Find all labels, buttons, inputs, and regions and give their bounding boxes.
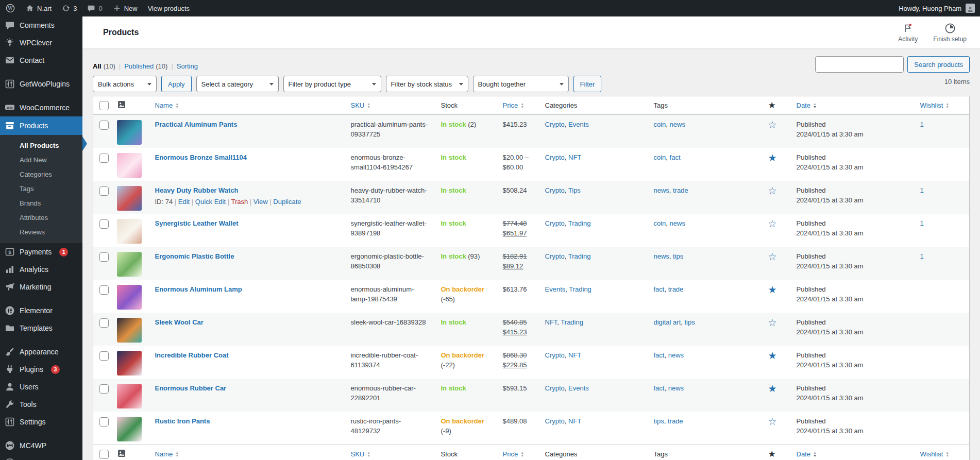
category-link-nft[interactable]: NFT: [545, 318, 557, 326]
sidebar-item-settings[interactable]: Settings: [0, 413, 82, 431]
product-thumbnail[interactable]: [117, 285, 142, 310]
product-name-link[interactable]: Practical Aluminum Pants: [155, 121, 238, 128]
product-thumbnail[interactable]: [117, 153, 142, 178]
admin-bar-item-n-art[interactable]: N.art: [21, 0, 57, 16]
category-link-nft[interactable]: NFT: [568, 351, 581, 359]
product-thumbnail[interactable]: [117, 219, 142, 244]
sidebar-item-mc4wp[interactable]: MC4WP: [0, 437, 82, 454]
category-link-crypto[interactable]: Crypto: [545, 219, 565, 227]
filter-select-filter-by-stock-status[interactable]: Filter by stock status: [386, 76, 468, 92]
category-link-crypto[interactable]: Crypto: [545, 384, 565, 392]
featured-star-outline[interactable]: ☆: [768, 218, 777, 229]
sidebar-subitem-add-new[interactable]: Add New: [0, 153, 82, 167]
column-header-wishlist[interactable]: Wishlist▲▼: [915, 445, 970, 460]
wishlist-count-link[interactable]: 1: [920, 219, 924, 227]
tag-link-digital-art[interactable]: digital art: [654, 318, 681, 326]
row-checkbox[interactable]: [99, 219, 109, 229]
category-link-events[interactable]: Events: [568, 384, 589, 392]
row-checkbox[interactable]: [99, 154, 109, 163]
product-thumbnail[interactable]: [117, 120, 142, 145]
product-name-link[interactable]: Incredible Rubber Coat: [155, 351, 229, 359]
header-action-activity[interactable]: Activity: [898, 23, 918, 43]
product-name-link[interactable]: Enormous Aluminum Lamp: [155, 285, 242, 293]
tag-link-tips[interactable]: tips: [684, 318, 695, 326]
tag-link-tips[interactable]: tips: [654, 417, 664, 425]
category-link-nft[interactable]: NFT: [568, 154, 581, 161]
tag-link-fact[interactable]: fact: [654, 285, 665, 293]
wishlist-count-link[interactable]: 1: [920, 252, 924, 260]
sidebar-item-users[interactable]: Users: [0, 378, 82, 396]
tag-link-news[interactable]: news: [668, 351, 684, 359]
category-link-trading[interactable]: Trading: [568, 219, 591, 227]
sidebar-subitem-brands[interactable]: Brands: [0, 196, 82, 211]
row-action-view[interactable]: View: [254, 198, 268, 206]
sidebar-item-templates[interactable]: Templates: [0, 319, 82, 337]
column-header-price[interactable]: Price▲▼: [498, 96, 540, 115]
category-link-trading[interactable]: Trading: [568, 252, 591, 260]
product-thumbnail[interactable]: [117, 384, 142, 408]
admin-bar-item-new[interactable]: New: [108, 0, 143, 16]
column-header-date[interactable]: Date▲▼: [791, 96, 915, 115]
filter-button[interactable]: Filter: [573, 76, 602, 92]
featured-star-filled[interactable]: ★: [768, 152, 777, 163]
wordpress-icon[interactable]: W: [0, 0, 21, 16]
sidebar-item-woocommerce[interactable]: Woo WooCommerce: [0, 99, 82, 116]
status-view-all[interactable]: All(10): [93, 62, 115, 70]
product-thumbnail[interactable]: [117, 417, 142, 441]
row-checkbox[interactable]: [99, 384, 109, 394]
featured-star-outline[interactable]: ☆: [768, 185, 777, 196]
category-link-crypto[interactable]: Crypto: [545, 121, 565, 128]
sidebar-item-appearance[interactable]: Appearance: [0, 343, 82, 361]
row-checkbox[interactable]: [99, 318, 109, 328]
product-thumbnail[interactable]: [117, 318, 142, 343]
tag-link-trade[interactable]: trade: [668, 417, 683, 425]
column-header-sku[interactable]: SKU▲▼: [346, 445, 436, 460]
row-action-edit[interactable]: Edit: [178, 198, 190, 206]
product-thumbnail[interactable]: [117, 351, 142, 376]
header-action-finish-setup[interactable]: Finish setup: [933, 23, 967, 43]
tag-link-trade[interactable]: trade: [673, 186, 688, 194]
sidebar-subitem-tags[interactable]: Tags: [0, 182, 82, 196]
select-all-checkbox[interactable]: [99, 450, 109, 459]
tag-link-news[interactable]: news: [668, 384, 684, 392]
row-checkbox[interactable]: [99, 285, 109, 295]
row-checkbox[interactable]: [99, 252, 109, 262]
featured-star-filled[interactable]: ★: [768, 350, 777, 361]
column-header-featured[interactable]: ★: [763, 445, 791, 460]
column-header-name[interactable]: Name▲▼: [150, 445, 346, 460]
featured-star-filled[interactable]: ★: [768, 383, 777, 394]
filter-select-select-a-category[interactable]: Select a category: [196, 76, 279, 92]
category-link-tips[interactable]: Tips: [568, 186, 581, 194]
column-header-date[interactable]: Date▲▼: [791, 445, 915, 460]
sidebar-item-tools[interactable]: Tools: [0, 396, 82, 413]
category-link-crypto[interactable]: Crypto: [545, 186, 565, 194]
sidebar-subitem-all-products[interactable]: All Products: [0, 139, 82, 153]
admin-bar-item-0[interactable]: 0: [82, 0, 107, 16]
sidebar-subitem-categories[interactable]: Categories: [0, 167, 82, 182]
tag-link-fact[interactable]: fact: [654, 351, 665, 359]
admin-bar-item-view-products[interactable]: View products: [143, 0, 195, 16]
status-view-published[interactable]: Published(10): [124, 62, 167, 70]
product-thumbnail[interactable]: [117, 252, 142, 277]
sidebar-item-analytics[interactable]: Analytics: [0, 261, 82, 278]
column-header-sku[interactable]: SKU▲▼: [346, 96, 436, 115]
sidebar-subitem-attributes[interactable]: Attributes: [0, 211, 82, 225]
tag-link-news[interactable]: news: [654, 252, 669, 260]
tag-link-fact[interactable]: fact: [654, 384, 665, 392]
wishlist-count-link[interactable]: 1: [920, 186, 924, 194]
product-name-link[interactable]: Rustic Iron Pants: [155, 417, 210, 425]
row-action-quick-edit[interactable]: Quick Edit: [195, 198, 226, 206]
tag-link-news[interactable]: news: [654, 186, 669, 194]
featured-star-outline[interactable]: ☆: [768, 317, 777, 328]
wishlist-count-link[interactable]: 1: [920, 121, 924, 128]
filter-select-bought-together[interactable]: Bought together: [473, 76, 569, 92]
status-view-sorting[interactable]: Sorting: [177, 62, 200, 70]
product-name-link[interactable]: Enormous Rubber Car: [155, 384, 227, 392]
product-thumbnail[interactable]: [117, 186, 142, 211]
featured-star-filled[interactable]: ★: [768, 284, 777, 295]
tag-link-fact[interactable]: fact: [670, 154, 681, 161]
admin-bar-account[interactable]: Howdy, Huong Pham: [899, 0, 980, 16]
category-link-crypto[interactable]: Crypto: [545, 154, 565, 161]
sidebar-item-getwooplugins[interactable]: GetWooPlugins: [0, 75, 82, 93]
category-link-events[interactable]: Events: [545, 285, 566, 293]
